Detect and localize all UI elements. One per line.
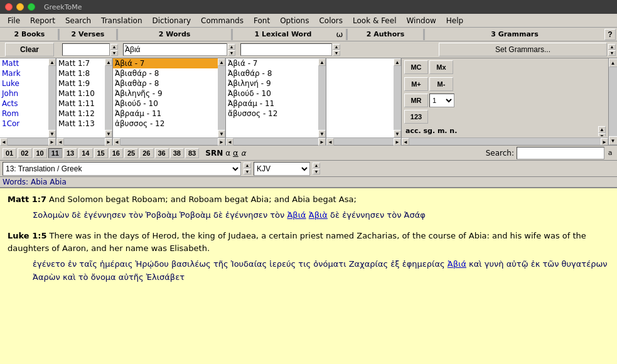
lexical-hleft[interactable]: ◄ (226, 138, 233, 146)
maximize-button[interactable] (28, 3, 35, 11)
mr-button[interactable]: MR (404, 94, 428, 107)
num-tab-26[interactable]: 26 (139, 148, 153, 158)
list-item[interactable]: Matt 1:12 (56, 109, 105, 119)
words-search-input[interactable] (123, 43, 227, 56)
grammars-scroll-down[interactable]: ▼ (608, 50, 616, 56)
list-item[interactable]: Ἀβιά - 7 (226, 58, 318, 68)
list-item[interactable]: Matt 1:7 (56, 58, 105, 68)
trans-scroll-up[interactable]: ▲ (244, 163, 251, 168)
grammar-hright[interactable]: ► (601, 138, 608, 145)
list-item[interactable]: Ἀβιαθάρ - 8 (113, 68, 218, 78)
list-item[interactable]: Mark (0, 68, 48, 78)
mminus-button[interactable]: M- (429, 77, 453, 91)
num-tab-13[interactable]: 13 (63, 148, 77, 158)
num-tab-14[interactable]: 14 (78, 148, 92, 158)
num-tab-10[interactable]: 10 (33, 148, 47, 158)
mc-button[interactable]: MC (404, 60, 428, 74)
verses-hright[interactable]: ► (105, 138, 112, 146)
translation-select[interactable]: 13: Translation / Greek 01 02 (3, 162, 241, 176)
set-grammars-button[interactable]: Set Grammars... (439, 43, 607, 56)
verses-scroll-up-btn[interactable]: ▲ (105, 58, 112, 66)
menu-commands[interactable]: Commands (196, 15, 249, 26)
lexical-scroll-down[interactable]: ▼ (333, 50, 340, 56)
grammar-scroll-down-btn[interactable]: ▼ (598, 133, 606, 136)
num-tab-38[interactable]: 38 (170, 148, 184, 158)
list-item[interactable]: Acts (0, 99, 48, 109)
grammar-item[interactable]: acc. sg. m. n. (404, 126, 598, 136)
words-scroll-up[interactable]: ▲ (228, 44, 235, 50)
menu-dictionary[interactable]: Dictionary (148, 15, 196, 26)
mplus-button[interactable]: M+ (404, 77, 428, 91)
kjv-select[interactable]: KJV NIV ESV (254, 162, 310, 176)
grammar-scroll-up-btn[interactable]: ▲ (598, 126, 606, 133)
right-scroll-down[interactable]: ▼ (609, 136, 618, 145)
words-hright[interactable]: ► (218, 138, 225, 146)
help-button[interactable]: ? (604, 29, 616, 40)
list-item[interactable]: Matt 1:13 (56, 119, 105, 129)
num-tab-11[interactable]: 11 (48, 148, 62, 158)
verse-scroll-up[interactable]: ▲ (110, 44, 118, 50)
list-item[interactable]: Rom (0, 109, 48, 119)
num-tab-25[interactable]: 25 (124, 148, 138, 158)
authors-scroll-up-btn[interactable]: ▲ (394, 58, 401, 66)
menu-translation[interactable]: Translation (96, 15, 147, 26)
lexical-search-input[interactable] (240, 43, 332, 56)
words-scroll-down[interactable]: ▼ (228, 50, 235, 56)
lexical-hright[interactable]: ► (318, 138, 326, 146)
list-item[interactable]: Matt 1:8 (56, 68, 105, 78)
books-scroll-down-btn[interactable]: ▼ (48, 130, 56, 137)
grammar-num-select[interactable]: 1 2 3 (429, 94, 454, 107)
list-item[interactable]: Ἀβιληνῆς - 9 (113, 88, 218, 99)
list-item[interactable]: Matt 1:11 (56, 99, 105, 109)
num-tab-36[interactable]: 36 (155, 148, 169, 158)
grammar-item[interactable]: acc. sg. m. perf. act. part. (404, 136, 598, 136)
list-item[interactable]: Ἀβραάμ - 11 (113, 109, 218, 119)
num123-button[interactable]: 123 (404, 110, 428, 124)
num-tab-83[interactable]: 83 (185, 148, 199, 158)
list-item[interactable]: ἀβυσσος - 12 (113, 119, 218, 129)
minimize-button[interactable] (16, 3, 24, 11)
list-item[interactable]: Ἀβιά - 7 (113, 58, 218, 68)
list-item[interactable]: ἄβυσσος - 12 (226, 109, 318, 119)
kjv-scroll-up[interactable]: ▲ (313, 163, 320, 168)
books-hright[interactable]: ► (48, 138, 56, 146)
books-scroll-up-btn[interactable]: ▲ (48, 58, 56, 66)
menu-options[interactable]: Options (275, 15, 314, 26)
authors-hright[interactable]: ► (394, 138, 401, 146)
menu-report[interactable]: Report (25, 15, 60, 26)
menu-window[interactable]: Window (401, 15, 441, 26)
menu-colors[interactable]: Colors (314, 15, 348, 26)
kjv-scroll-down[interactable]: ▼ (313, 169, 320, 174)
num-tab-16[interactable]: 16 (109, 148, 123, 158)
search-field[interactable] (517, 147, 604, 159)
list-item[interactable]: Ἀβιαθάρ - 8 (226, 68, 318, 78)
lexical-scroll-up[interactable]: ▲ (333, 44, 340, 50)
words-scroll-down-btn[interactable]: ▼ (218, 130, 225, 137)
list-item[interactable]: 1Cor (0, 119, 48, 129)
list-item[interactable]: Ἀβιληνή - 9 (226, 78, 318, 88)
menu-look-feel[interactable]: Look & Feel (348, 15, 401, 26)
list-item[interactable]: Ἀβιούδ - 10 (113, 99, 218, 109)
authors-scroll-down-btn[interactable]: ▼ (394, 130, 401, 137)
list-item[interactable]: Ἀβιούδ - 10 (226, 88, 318, 99)
verse-search-input[interactable] (62, 43, 110, 56)
words-scroll-up-btn[interactable]: ▲ (218, 58, 225, 66)
verse-scroll-down[interactable]: ▼ (110, 50, 118, 56)
close-button[interactable] (5, 3, 13, 11)
lexical-scroll-down-btn[interactable]: ▼ (318, 130, 326, 137)
trans-scroll-down[interactable]: ▼ (244, 169, 251, 174)
list-item[interactable]: John (0, 88, 48, 99)
books-hleft[interactable]: ◄ (0, 138, 8, 146)
grammar-hleft[interactable]: ◄ (402, 138, 409, 145)
list-item[interactable]: Ἀβιαθὰρ - 8 (113, 78, 218, 88)
right-scroll-up[interactable]: ▲ (609, 58, 618, 67)
menu-font[interactable]: Font (249, 15, 275, 26)
lexical-scroll-up-btn[interactable]: ▲ (318, 58, 326, 66)
mx-button[interactable]: Mx (429, 60, 453, 74)
list-item[interactable]: Ἀβραάμ - 11 (226, 99, 318, 109)
list-item[interactable]: Matt 1:9 (56, 78, 105, 88)
list-item[interactable]: Luke (0, 78, 48, 88)
clear-button[interactable]: Clear (5, 43, 54, 56)
content-area[interactable]: Matt 1:7 And Solomon begat Roboam; and R… (0, 188, 617, 364)
menu-search[interactable]: Search (60, 15, 96, 26)
